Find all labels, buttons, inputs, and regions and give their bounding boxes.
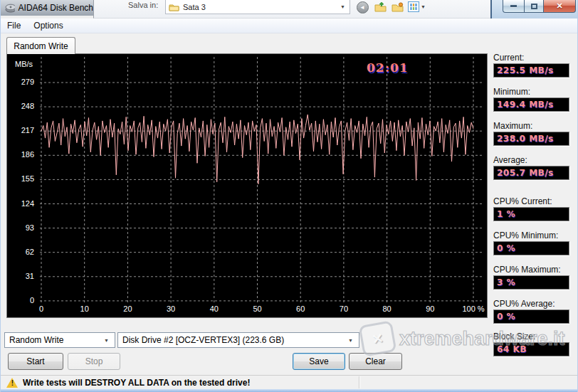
window-bottom-border (1, 389, 578, 392)
stat-label: Current: (493, 53, 524, 63)
y-axis-tick: 62 (9, 248, 34, 256)
drive-dropdown[interactable]: Disk Drive #2 [OCZ-VERTEX3] (223.6 GB) ▼ (117, 332, 359, 348)
disk-icon (5, 3, 15, 13)
x-axis-tick: 50 (242, 304, 273, 313)
up-one-level-button[interactable] (374, 1, 387, 14)
minimize-icon (510, 5, 517, 7)
y-axis-tick: 124 (9, 199, 34, 208)
stat-value-minimum: 149.4 MB/s (493, 97, 569, 112)
folder-up-icon (374, 2, 387, 13)
back-button[interactable]: ◄ (356, 1, 369, 14)
stat-label: CPU% Maximum: (493, 265, 561, 275)
y-axis-tick: 0 (9, 296, 34, 304)
stat-value-cpu-minimum: 0 % (493, 241, 569, 255)
x-axis-tick: 80 (372, 304, 403, 313)
test-type-value: Random Write (9, 335, 104, 345)
chevron-down-icon: ▼ (421, 4, 427, 9)
y-axis-tick: 279 (9, 78, 34, 86)
x-axis-tick: 60 (285, 304, 316, 313)
stat-value-cpu-current: 1 % (493, 207, 569, 221)
x-axis-tick: 20 (112, 304, 143, 313)
stat-label: Maximum: (493, 121, 532, 131)
x-axis-tick: 90 (414, 304, 446, 313)
close-button[interactable]: ✕ (543, 0, 576, 13)
y-axis-unit: MB/s (15, 60, 33, 68)
y-axis-tick: 186 (9, 150, 34, 159)
window-title: AIDA64 Disk Bench (19, 3, 93, 13)
stat-label: CPU% Average: (493, 299, 555, 309)
test-type-dropdown[interactable]: Random Write ▼ (4, 332, 115, 348)
folder-icon (169, 3, 179, 11)
save-button[interactable]: Save (293, 353, 345, 370)
aida64-disk-benchmark-window: AIDA64 Disk Bench Salva in: Sata 3 ▼ ◄ (0, 0, 578, 392)
stop-button: Stop (68, 353, 120, 370)
save-location-value: Sata 3 (183, 3, 337, 11)
caption-area: ✕ (490, 0, 578, 18)
stat-value-cpu-average: 0 % (493, 309, 569, 324)
new-folder-button[interactable] (391, 1, 404, 14)
chevron-down-icon: ▼ (348, 338, 354, 343)
x-axis-tick: 10 (69, 304, 100, 313)
save-dialog-fragment: Salva in: Sata 3 ▼ ◄ (93, 0, 490, 18)
x-axis-tick: 100 % (458, 304, 489, 313)
views-icon (408, 1, 419, 12)
drive-value: Disk Drive #2 [OCZ-VERTEX3] (223.6 GB) (122, 335, 348, 345)
x-axis-tick: 0 (26, 304, 57, 313)
stat-label: Block Size: (493, 332, 535, 341)
stat-value-average: 205.7 MB/s (493, 166, 569, 180)
y-axis-tick: 31 (9, 272, 34, 280)
chart-plot-area (7, 54, 487, 317)
maximize-icon (531, 4, 537, 9)
x-axis-tick: 30 (155, 304, 186, 313)
y-axis-tick: 155 (9, 174, 34, 183)
y-axis-tick: 248 (9, 102, 34, 110)
folder-new-icon (392, 2, 404, 13)
warning-icon: ! (6, 378, 19, 388)
x-axis-tick: 70 (328, 304, 359, 313)
y-axis-tick: 217 (9, 126, 34, 134)
y-axis-tick: 93 (9, 223, 34, 232)
start-button[interactable]: Start (8, 353, 63, 370)
views-menu-button[interactable]: ▼ (408, 1, 427, 12)
x-axis-tick: 40 (199, 304, 230, 313)
stat-label: CPU% Current: (493, 196, 552, 206)
chevron-down-icon: ▼ (104, 338, 110, 343)
stat-value-current: 225.5 MB/s (493, 63, 569, 78)
status-bar: ! Write tests will DESTROY ALL DATA on t… (1, 375, 578, 389)
elapsed-timer: 02:01 (367, 60, 409, 75)
back-arrow-icon: ◄ (357, 1, 369, 14)
status-bar-divider (359, 376, 359, 388)
title-bar[interactable]: AIDA64 Disk Bench (1, 0, 93, 16)
stat-label: Minimum: (493, 87, 530, 97)
clear-button[interactable]: Clear (349, 353, 402, 370)
warning-text: Write tests will DESTROY ALL DATA on the… (23, 378, 250, 388)
stat-value-cpu-maximum: 3 % (493, 275, 569, 290)
menu-bar: File Options (1, 18, 578, 33)
tab-random-write[interactable]: Random Write (6, 37, 75, 54)
minimize-button[interactable] (503, 0, 524, 13)
chevron-down-icon: ▼ (340, 4, 347, 9)
menu-options[interactable]: Options (27, 19, 69, 32)
stat-label: CPU% Minimum: (493, 231, 558, 240)
watermark-x-logo-icon: × (359, 320, 397, 356)
benchmark-chart: MB/s 02:01 27924821718615512493623100102… (6, 53, 488, 318)
stat-label: Average: (493, 155, 527, 165)
stat-value-block-size: 64 KB (493, 342, 569, 356)
stat-value-maximum: 238.0 MB/s (493, 132, 569, 146)
save-in-label: Salva in: (128, 1, 158, 9)
maximize-button[interactable] (524, 0, 543, 13)
menu-file[interactable]: File (1, 19, 27, 32)
save-location-dropdown[interactable]: Sata 3 ▼ (165, 0, 350, 14)
